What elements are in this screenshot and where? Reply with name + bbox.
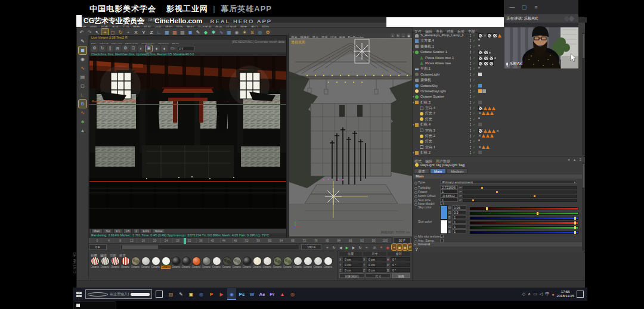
octane-tag-icon[interactable] xyxy=(492,129,496,133)
material-item[interactable]: Octane xyxy=(283,257,292,269)
list-menu-icon[interactable]: ≡ xyxy=(532,4,540,11)
octane-tag-icon[interactable] xyxy=(484,107,487,110)
visibility-dots-icon[interactable] xyxy=(470,112,471,113)
tag-list[interactable] xyxy=(478,45,480,46)
lv-restart-icon[interactable]: ↻ xyxy=(99,45,106,52)
object-row[interactable]: 灯光.2 ✓ ✕ xyxy=(413,133,582,139)
record-off-icon[interactable]: ⊘ xyxy=(371,244,377,250)
goto-start-button[interactable]: « xyxy=(324,244,330,250)
lv-settings-gear-icon[interactable]: ⚙ xyxy=(91,45,98,52)
kernel-dropdown[interactable]: PT xyxy=(178,46,194,51)
param-value-field[interactable]: 1 xyxy=(440,189,458,193)
material-item[interactable]: Octane xyxy=(252,257,262,269)
brush-tool-icon[interactable]: B xyxy=(79,100,86,108)
octane-tag-icon[interactable] xyxy=(492,107,496,110)
play-backward-button[interactable]: ◀ xyxy=(338,244,343,250)
bend-deformer-icon[interactable]: ∿ xyxy=(79,64,86,72)
material-item[interactable]: Octane xyxy=(242,257,252,269)
scrollbar-handle[interactable] xyxy=(122,245,158,249)
enabled-check-icon[interactable]: ✓ xyxy=(473,72,475,77)
octane-tag-icon[interactable] xyxy=(486,111,490,115)
tag-icon[interactable] xyxy=(482,89,486,93)
visibility-dots-icon[interactable] xyxy=(470,67,471,68)
xref-tag-icon[interactable]: ✕ xyxy=(484,34,487,38)
lv-material-pick-icon[interactable]: ♦ xyxy=(161,45,168,52)
tag-icon[interactable] xyxy=(478,84,482,88)
channel-gradient-slider[interactable] xyxy=(470,217,578,220)
octane-tray-icon[interactable]: ● xyxy=(552,292,554,296)
tag-list[interactable] xyxy=(478,101,482,104)
tag-icon[interactable] xyxy=(478,151,482,154)
pass-tab[interactable]: 1/1 xyxy=(113,229,122,233)
visibility-dots-icon[interactable] xyxy=(470,146,471,147)
app-obs[interactable]: ◎ xyxy=(288,288,297,300)
menu-item[interactable]: 位置 xyxy=(339,252,362,256)
object-row[interactable]: 灯光.2 ✓ ✕ xyxy=(413,111,582,116)
help-button[interactable]: ? xyxy=(415,246,418,252)
coordinate-field[interactable]: 0 cm xyxy=(367,263,386,267)
app-media-player[interactable]: ▶ xyxy=(217,288,226,300)
sculpt-tool-icon[interactable]: ∿ xyxy=(79,109,86,117)
enabled-check-icon[interactable]: ✓ xyxy=(473,117,475,122)
object-row[interactable]: 空白.4 ✓ xyxy=(413,105,582,111)
visibility-dots-icon[interactable] xyxy=(470,123,471,124)
key-scale-toggle[interactable]: ▣ xyxy=(397,244,402,250)
tag-list[interactable] xyxy=(478,50,491,55)
record-keyframe-button[interactable]: ◉ xyxy=(385,244,391,250)
octane-tag-icon[interactable] xyxy=(486,134,490,138)
visibility-dots-icon[interactable] xyxy=(470,45,471,46)
material-item[interactable]: Octane xyxy=(313,257,323,269)
loop-range-button[interactable]: ↻ xyxy=(331,244,337,250)
wireframe-scene[interactable]: 网格间距: 50000 cm xyxy=(289,38,413,236)
pan-view-icon[interactable]: + xyxy=(391,33,395,38)
tag-icon[interactable] xyxy=(478,139,480,141)
expand-arrow-icon[interactable]: ▾ xyxy=(413,94,414,99)
coord-size-dropdown[interactable]: 尺寸 xyxy=(366,273,391,278)
enabled-check-icon[interactable]: ✓ xyxy=(473,128,475,133)
coordinate-field[interactable]: 0 cm xyxy=(343,257,363,261)
tag-list[interactable]: ✕ xyxy=(478,129,499,133)
landscape-tool-icon[interactable]: ▲ xyxy=(79,127,86,135)
app-acrobat[interactable]: ▲ xyxy=(278,288,287,300)
octane-tag-icon[interactable] xyxy=(482,134,485,138)
octane-tag-icon[interactable] xyxy=(498,34,501,38)
visibility-dots-icon[interactable] xyxy=(470,140,471,141)
enabled-check-icon[interactable]: ✓ xyxy=(473,55,475,61)
expand-arrow-icon[interactable]: ▾ xyxy=(413,100,414,105)
lv-focus-pick-icon[interactable]: ♦ xyxy=(153,45,160,52)
enabled-check-icon[interactable]: ✓ xyxy=(473,33,475,38)
lv-lock-icon[interactable]: ⊡ xyxy=(130,45,137,52)
pass-tab[interactable]: Font xyxy=(141,229,151,233)
object-scrollbar[interactable] xyxy=(582,33,585,155)
channel-gradient-slider[interactable] xyxy=(470,231,578,234)
tag-list[interactable] xyxy=(478,56,496,61)
lv-options-gear-icon[interactable]: ⚙ xyxy=(122,45,129,52)
param-slider[interactable] xyxy=(463,186,577,189)
taskbar-search[interactable]: 在这里输入你要搜索的内容 xyxy=(85,289,152,299)
array-tool-icon[interactable]: ▤ xyxy=(79,73,86,81)
display-icon[interactable]: ▭ xyxy=(533,292,537,296)
material-tag-icon[interactable] xyxy=(484,50,488,55)
render-scene[interactable]: Region:(4 777) size (829, 395) xyxy=(89,56,286,229)
enabled-check-icon[interactable]: ✓ xyxy=(473,145,475,150)
tag-list[interactable]: ✕ xyxy=(478,33,501,38)
tree-tool-icon[interactable]: ♣ xyxy=(79,118,86,126)
octane-tag-icon[interactable] xyxy=(482,145,485,149)
tag-icon[interactable] xyxy=(489,52,491,54)
visibility-dots-icon[interactable] xyxy=(470,129,471,130)
coordinate-field[interactable]: 0 ° xyxy=(391,263,410,267)
param-value-field[interactable]: 2.721606 xyxy=(440,185,458,189)
material-item[interactable]: Octane xyxy=(222,257,231,269)
coordinate-field[interactable]: 0 ° xyxy=(391,257,410,261)
enabled-check-icon[interactable]: ✓ xyxy=(473,139,475,144)
key-position-toggle[interactable]: + xyxy=(392,244,397,250)
channel-value-field[interactable]: 1 xyxy=(452,220,466,224)
tag-list[interactable] xyxy=(478,106,496,111)
material-tag-icon[interactable] xyxy=(487,33,492,38)
material-tag-icon[interactable] xyxy=(493,33,497,38)
app-premiere[interactable]: Pr xyxy=(268,288,277,300)
app-after-effects[interactable]: Ae xyxy=(258,288,267,300)
coordinate-field[interactable]: 0 cm xyxy=(343,263,363,267)
xref-tag-icon[interactable]: ✕ xyxy=(478,145,481,149)
visibility-dots-icon[interactable] xyxy=(470,118,471,119)
